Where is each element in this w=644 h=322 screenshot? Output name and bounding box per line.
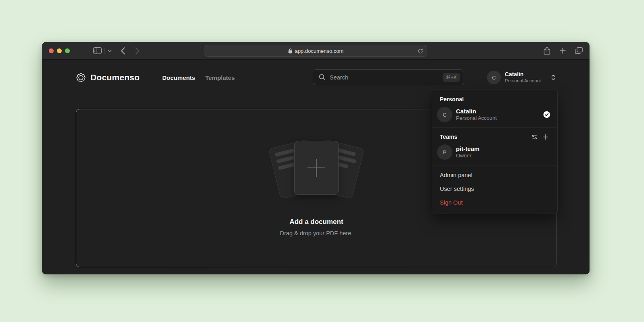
desktop-background: app.documenso.com (0, 0, 644, 322)
dropzone-title: Add a document (289, 218, 343, 226)
account-name: Catalin (505, 71, 541, 77)
sidebar-controls (93, 47, 112, 54)
add-team-icon[interactable] (543, 134, 549, 140)
teams-section-text: Teams (440, 134, 457, 140)
search-shortcut-badge: ⌘+K (443, 73, 460, 82)
new-tab-icon[interactable] (560, 48, 566, 54)
check-circle-icon (543, 111, 550, 118)
avatar: C (487, 71, 501, 84)
nav-templates[interactable]: Templates (205, 74, 235, 81)
browser-toolbar: app.documenso.com (42, 42, 590, 60)
account-name: Catalin (456, 108, 497, 115)
search-placeholder: Search (330, 74, 348, 81)
documenso-app-page: Documenso Documents Templates Search ⌘+K (42, 60, 590, 274)
documenso-logo (75, 72, 86, 83)
plus-icon (295, 141, 338, 194)
dropzone-subtitle: Drag & drop your PDF here. (280, 230, 353, 236)
nav-documents[interactable]: Documents (162, 74, 195, 81)
chevrons-up-down-icon (551, 74, 556, 81)
minimize-button[interactable] (57, 48, 62, 53)
brand[interactable]: Documenso (75, 72, 140, 83)
window-controls (49, 48, 70, 53)
search-icon (319, 74, 326, 81)
sidebar-chevron-down-icon[interactable] (108, 50, 112, 52)
account-dropdown-menu: Personal C Catalin Personal Account (432, 90, 558, 213)
teams-section-label: Teams (432, 131, 557, 142)
search-input[interactable]: Search ⌘+K (313, 69, 464, 85)
close-button[interactable] (49, 48, 54, 53)
back-icon[interactable] (121, 47, 125, 54)
main-nav: Documents Templates (162, 74, 235, 81)
reload-icon[interactable] (418, 48, 423, 54)
avatar: P (437, 144, 452, 160)
toolbar-divider (105, 48, 105, 54)
lock-icon (288, 48, 293, 54)
menu-divider (432, 165, 557, 165)
account-type: Personal Account (505, 78, 541, 84)
history-navigation (121, 47, 140, 54)
account-type: Personal Account (456, 115, 497, 121)
menu-divider (432, 128, 557, 128)
document-card-center (294, 141, 339, 195)
forward-icon[interactable] (135, 47, 140, 54)
zoom-button[interactable] (65, 48, 70, 53)
avatar: C (437, 107, 452, 122)
team-role: Owner (456, 153, 479, 159)
share-icon[interactable] (544, 46, 550, 55)
brand-name: Documenso (90, 73, 140, 82)
sidebar-toggle-icon[interactable] (93, 47, 102, 54)
address-bar[interactable]: app.documenso.com (205, 45, 427, 57)
menu-item-admin-panel[interactable]: Admin panel (432, 168, 557, 182)
personal-account-option[interactable]: C Catalin Personal Account (432, 105, 557, 125)
document-stack-illustration (269, 136, 364, 203)
address-text: app.documenso.com (295, 48, 344, 54)
browser-window: app.documenso.com (42, 42, 590, 274)
tab-overview-icon[interactable] (575, 47, 583, 54)
team-name: pit-team (456, 145, 479, 152)
team-option[interactable]: P pit-team Owner (432, 142, 557, 162)
account-menu-trigger[interactable]: C Catalin Personal Account (487, 69, 556, 86)
toolbar-right-actions (544, 46, 583, 55)
menu-item-user-settings[interactable]: User settings (432, 182, 557, 196)
team-preferences-icon[interactable] (531, 134, 537, 140)
personal-section-label: Personal (432, 93, 557, 105)
menu-item-sign-out[interactable]: Sign Out (432, 196, 557, 209)
